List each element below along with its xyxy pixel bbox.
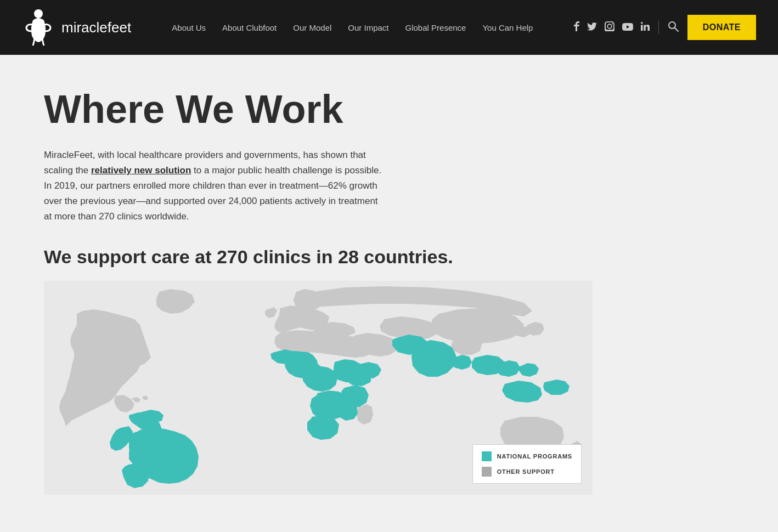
legend-national-programs: NATIONAL PROGRAMS [482,451,572,461]
legend-other-support: OTHER SUPPORT [482,467,572,477]
other-support-swatch [482,467,492,477]
site-header: miraclefeet About Us About Clubfoot Our … [0,0,778,55]
relatively-new-solution-link[interactable]: relatively new solution [91,165,191,176]
header-actions: Donate [574,15,756,40]
instagram-icon[interactable] [605,21,614,34]
search-button[interactable] [668,21,679,35]
page-title: Where We Work [44,88,745,131]
nav-our-model[interactable]: Our Model [293,23,331,32]
youtube-icon[interactable] [622,22,633,33]
nav-our-impact[interactable]: Our Impact [348,23,388,32]
national-programs-swatch [482,451,492,461]
logo-icon [22,8,55,47]
twitter-icon[interactable] [587,22,597,33]
main-nav: About Us About Clubfoot Our Model Our Im… [172,23,533,32]
facebook-icon[interactable] [574,21,579,34]
svg-point-1 [669,22,675,29]
logo-text: miraclefeet [61,19,131,36]
social-icons-group [574,21,650,34]
main-content: Where We Work MiracleFeet, with local he… [0,55,778,532]
nav-about-clubfoot[interactable]: About Clubfoot [222,23,277,32]
logo-area[interactable]: miraclefeet [22,8,131,47]
donate-button[interactable]: Donate [687,15,756,40]
support-heading: We support care at 270 clinics in 28 cou… [44,246,538,268]
other-support-label: OTHER SUPPORT [497,468,555,475]
national-programs-label: NATIONAL PROGRAMS [497,453,572,460]
nav-global-presence[interactable]: Global Presence [405,23,466,32]
linkedin-icon[interactable] [641,22,650,33]
nav-you-can-help[interactable]: You Can Help [482,23,533,32]
nav-about-us[interactable]: About Us [172,23,206,32]
svg-point-0 [34,9,43,18]
header-divider [658,21,659,34]
map-legend: NATIONAL PROGRAMS OTHER SUPPORT [472,444,582,484]
world-map-container: NATIONAL PROGRAMS OTHER SUPPORT [44,281,593,495]
intro-paragraph: MiracleFeet, with local healthcare provi… [44,148,384,224]
